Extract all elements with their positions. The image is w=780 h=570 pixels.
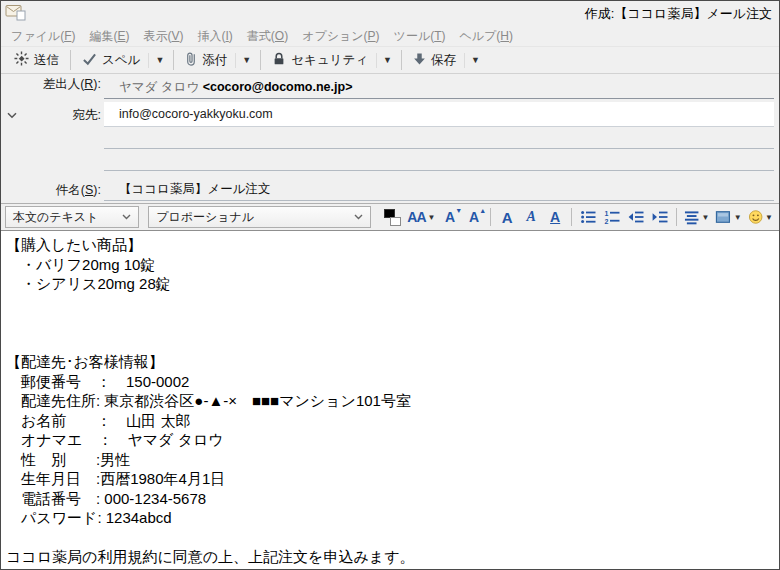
up-triangle-icon: ▲ [479, 207, 486, 214]
menu-item[interactable]: 編集(E) [82, 27, 136, 46]
decrease-font-button[interactable]: A▼ [439, 206, 461, 228]
security-button-label: セキュリティ [291, 52, 368, 69]
menu-item[interactable]: 挿入(I) [191, 27, 240, 46]
body-text-line: 生年月日 :西暦1980年4月1日 [6, 469, 779, 489]
paragraph-format-value: 本文のテキスト [13, 209, 98, 226]
body-text-line: 【配達先･お客様情報】 [6, 352, 779, 372]
titlebar: 作成:【ココロ薬局】メール注文 [1, 1, 779, 27]
security-dropdown-button[interactable]: ▼ [376, 53, 398, 68]
chevron-down-icon: ▼ [471, 56, 480, 65]
indent-icon [652, 209, 668, 225]
body-text-line: ・バリフ20mg 10錠 [6, 255, 779, 275]
chevron-down-icon: ▼ [242, 56, 251, 65]
menu-item[interactable]: ファイル(F) [4, 27, 82, 46]
increase-font-button[interactable]: A▲ [463, 206, 485, 228]
paperclip-icon [185, 51, 197, 69]
alignment-menu-button[interactable]: ▼ [682, 206, 711, 228]
font-select-value: プロポーショナル [156, 209, 254, 226]
bold-button[interactable]: A [496, 206, 518, 228]
body-text-line: オナマエ ： ヤマダ タロウ [6, 430, 779, 450]
save-button-label: 保存 [431, 52, 456, 69]
to-input[interactable]: info@cocoro-yakkyoku.com [104, 102, 774, 127]
format-separator [571, 208, 572, 226]
lock-icon [272, 52, 286, 69]
from-field[interactable]: ヤマダ タロウ <cocoro@docomo.ne.jp> [104, 76, 774, 99]
toolbar-separator [173, 50, 174, 70]
body-text-line: 配達先住所: 東京都渋谷区●-▲-× ■■■マンション101号室 [6, 391, 779, 411]
chevron-down-icon: ▼ [155, 56, 164, 65]
checkmark-icon [82, 52, 97, 69]
font-select[interactable]: プロポーショナル [148, 206, 371, 228]
menu-item[interactable]: ヘルプ(H) [453, 27, 521, 46]
insert-object-button[interactable]: ▼ [713, 206, 743, 228]
spell-button-label: スペル [102, 52, 140, 69]
body-text-line: ・シアリス20mg 28錠 [6, 274, 779, 294]
spell-button[interactable]: スペル [74, 49, 148, 72]
attach-button[interactable]: 添付 [177, 48, 235, 72]
italic-button[interactable]: A [520, 206, 542, 228]
subject-input[interactable]: 【ココロ薬局】メール注文 [104, 178, 774, 201]
toolbar-separator [401, 50, 402, 70]
attach-dropdown-button[interactable]: ▼ [235, 53, 257, 68]
from-display-name: ヤマダ タロウ [119, 79, 199, 96]
chevron-down-icon [354, 214, 363, 220]
paragraph-format-select[interactable]: 本文のテキスト [5, 206, 139, 228]
numbered-list-button[interactable]: 1 2 [601, 206, 623, 228]
save-down-arrow-icon [413, 52, 426, 69]
indent-button[interactable] [649, 206, 671, 228]
smiley-menu-button[interactable]: ▼ [746, 206, 775, 228]
outdent-icon [628, 209, 644, 225]
format-toolbar: 本文のテキスト プロポーショナル AA▼ A▼ A▲ A A A [1, 203, 779, 231]
outdent-button[interactable] [625, 206, 647, 228]
chevron-down-icon: ▼ [428, 213, 436, 222]
body-text-line: パスワード: 1234abcd [6, 508, 779, 528]
svg-text:1: 1 [605, 210, 609, 217]
body-text-line [6, 528, 779, 548]
format-separator [490, 208, 491, 226]
main-toolbar: 送信 スペル ▼ 添付 ▼ セキュリティ [1, 46, 779, 74]
compose-envelope-icon [5, 3, 29, 23]
body-text-line: 【購入したい商品】 [6, 235, 779, 255]
menubar: ファイル(F)編集(E)表示(V)挿入(I)書式(O)オプション(P)ツール(T… [1, 27, 779, 46]
send-button-label: 送信 [34, 52, 59, 69]
down-triangle-icon: ▼ [455, 207, 462, 214]
save-button[interactable]: 保存 [405, 49, 464, 72]
spell-dropdown-button[interactable]: ▼ [148, 53, 170, 68]
window-title: 作成:【ココロ薬局】メール注文 [585, 1, 772, 27]
font-size-menu-button[interactable]: AA▼ [406, 206, 437, 228]
bullet-list-button[interactable] [577, 206, 599, 228]
security-button[interactable]: セキュリティ [264, 49, 376, 72]
background-color-swatch [390, 217, 401, 226]
empty-recipient-row[interactable] [104, 127, 774, 149]
send-button[interactable]: 送信 [6, 48, 67, 72]
bullet-list-icon [580, 209, 596, 225]
attach-button-label: 添付 [202, 52, 227, 69]
message-body-editor[interactable]: 【購入したい商品】 ・バリフ20mg 10錠 ・シアリス20mg 28錠【配達先… [1, 231, 779, 569]
body-text-line [6, 333, 779, 353]
body-text-line: 電話番号 : 000-1234-5678 [6, 489, 779, 509]
menu-item[interactable]: オプション(P) [295, 27, 386, 46]
menu-item[interactable]: 書式(O) [240, 27, 295, 46]
menu-item[interactable]: 表示(V) [136, 27, 190, 46]
format-separator [676, 208, 677, 226]
menu-item[interactable]: ツール(T) [387, 27, 453, 46]
chevron-down-icon: ▼ [765, 213, 773, 222]
send-burst-icon [14, 51, 29, 69]
subject-label: 件名(S): [1, 182, 104, 199]
body-text-line [6, 294, 779, 314]
body-text-line: お名前 ： 山田 太郎 [6, 411, 779, 431]
chevron-down-icon: ▼ [383, 56, 392, 65]
smiley-icon [748, 209, 763, 225]
toolbar-separator [260, 50, 261, 70]
text-color-swatch[interactable] [384, 209, 401, 226]
from-label: 差出人(R): [1, 76, 104, 93]
empty-recipient-row[interactable] [104, 149, 774, 171]
body-text-line [6, 313, 779, 333]
compose-window: 作成:【ココロ薬局】メール注文 ファイル(F)編集(E)表示(V)挿入(I)書式… [0, 0, 780, 570]
underline-button[interactable]: A [544, 206, 566, 228]
body-text-line: 性 別 :男性 [6, 450, 779, 470]
from-email-address: <cocoro@docomo.ne.jp> [203, 80, 353, 94]
body-text-line: 郵便番号 ： 150-0002 [6, 372, 779, 392]
align-icon [684, 209, 699, 225]
save-dropdown-button[interactable]: ▼ [464, 53, 486, 68]
